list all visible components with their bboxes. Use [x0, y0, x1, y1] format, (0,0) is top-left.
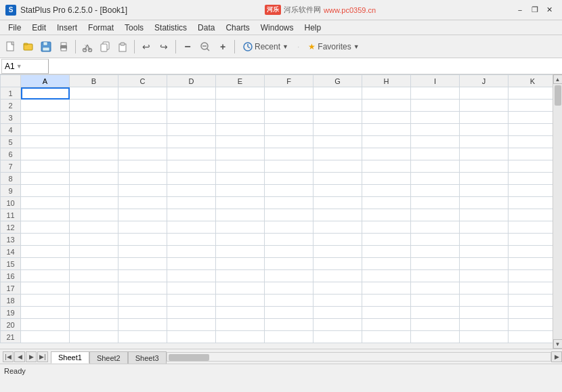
cell-A15[interactable]	[21, 258, 70, 270]
prev-sheet-button[interactable]: ◀	[14, 351, 25, 362]
cell-J8[interactable]	[460, 173, 509, 185]
cell-B21[interactable]	[70, 331, 118, 343]
cell-I19[interactable]	[411, 307, 460, 319]
cell-F5[interactable]	[265, 136, 314, 148]
col-header-K[interactable]: K	[509, 75, 553, 87]
cell-H8[interactable]	[362, 173, 411, 185]
cell-C14[interactable]	[118, 246, 167, 258]
cell-G3[interactable]	[314, 112, 362, 124]
cell-K11[interactable]	[509, 209, 553, 221]
row-header-1[interactable]: 1	[1, 87, 21, 100]
cell-J9[interactable]	[460, 185, 509, 197]
row-header-8[interactable]: 8	[1, 173, 21, 185]
cell-K6[interactable]	[509, 148, 553, 160]
cell-C9[interactable]	[118, 185, 167, 197]
menu-charts[interactable]: Charts	[220, 20, 255, 35]
cell-H11[interactable]	[362, 209, 411, 221]
undo-button[interactable]: ↩	[138, 39, 154, 55]
cell-C3[interactable]	[118, 112, 167, 124]
cell-H13[interactable]	[362, 234, 411, 246]
col-header-A[interactable]: A	[21, 75, 70, 87]
cell-K10[interactable]	[509, 197, 553, 209]
cell-A11[interactable]	[21, 209, 70, 221]
cell-H1[interactable]	[362, 87, 411, 100]
cell-H2[interactable]	[362, 100, 411, 112]
cell-F3[interactable]	[265, 112, 314, 124]
cell-H5[interactable]	[362, 136, 411, 148]
recent-button[interactable]: Recent ▼	[238, 39, 293, 55]
menu-format[interactable]: Format	[83, 20, 119, 35]
cell-C21[interactable]	[118, 331, 167, 343]
copy-button[interactable]	[97, 39, 113, 55]
cell-J4[interactable]	[460, 124, 509, 136]
cell-H4[interactable]	[362, 124, 411, 136]
cell-J21[interactable]	[460, 331, 509, 343]
cell-B15[interactable]	[70, 258, 118, 270]
cell-J14[interactable]	[460, 246, 509, 258]
cell-E13[interactable]	[216, 234, 265, 246]
row-header-14[interactable]: 14	[1, 246, 21, 258]
cell-B16[interactable]	[70, 270, 118, 282]
row-header-17[interactable]: 17	[1, 282, 21, 295]
cell-A16[interactable]	[21, 270, 70, 282]
cell-B14[interactable]	[70, 246, 118, 258]
cell-D15[interactable]	[167, 258, 216, 270]
col-header-F[interactable]: F	[265, 75, 314, 87]
cell-E6[interactable]	[216, 148, 265, 160]
cell-E1[interactable]	[216, 87, 265, 100]
cell-G17[interactable]	[314, 282, 362, 295]
cell-K20[interactable]	[509, 319, 553, 331]
cell-I20[interactable]	[411, 319, 460, 331]
cell-E18[interactable]	[216, 295, 265, 307]
cell-F17[interactable]	[265, 282, 314, 295]
cell-K19[interactable]	[509, 307, 553, 319]
cell-H9[interactable]	[362, 185, 411, 197]
cell-K17[interactable]	[509, 282, 553, 295]
cell-A10[interactable]	[21, 197, 70, 209]
cell-G8[interactable]	[314, 173, 362, 185]
row-header-4[interactable]: 4	[1, 124, 21, 136]
redo-button[interactable]: ↪	[156, 39, 172, 55]
cell-C4[interactable]	[118, 124, 167, 136]
paste-button[interactable]	[114, 39, 131, 55]
cell-F16[interactable]	[265, 270, 314, 282]
cell-E5[interactable]	[216, 136, 265, 148]
new-button[interactable]	[3, 39, 19, 55]
row-header-12[interactable]: 12	[1, 221, 21, 234]
minimize-button[interactable]: −	[513, 3, 527, 17]
cell-B20[interactable]	[70, 319, 118, 331]
col-header-B[interactable]: B	[70, 75, 118, 87]
col-header-E[interactable]: E	[216, 75, 265, 87]
cell-C2[interactable]	[118, 100, 167, 112]
cell-A8[interactable]	[21, 173, 70, 185]
cell-F11[interactable]	[265, 209, 314, 221]
cell-J11[interactable]	[460, 209, 509, 221]
cell-G9[interactable]	[314, 185, 362, 197]
cell-D19[interactable]	[167, 307, 216, 319]
cell-E9[interactable]	[216, 185, 265, 197]
cell-A21[interactable]	[21, 331, 70, 343]
cell-B19[interactable]	[70, 307, 118, 319]
vertical-scrollbar[interactable]: ▲ ▼	[553, 74, 562, 349]
cell-B18[interactable]	[70, 295, 118, 307]
cell-C15[interactable]	[118, 258, 167, 270]
cell-I12[interactable]	[411, 221, 460, 234]
cell-K18[interactable]	[509, 295, 553, 307]
cell-I7[interactable]	[411, 160, 460, 173]
next-sheet-button[interactable]: ▶	[26, 351, 37, 362]
scroll-down-button[interactable]: ▼	[553, 339, 563, 349]
row-header-15[interactable]: 15	[1, 258, 21, 270]
cell-J15[interactable]	[460, 258, 509, 270]
cell-F8[interactable]	[265, 173, 314, 185]
cell-A14[interactable]	[21, 246, 70, 258]
menu-statistics[interactable]: Statistics	[149, 20, 192, 35]
cell-F7[interactable]	[265, 160, 314, 173]
cell-F6[interactable]	[265, 148, 314, 160]
cell-C19[interactable]	[118, 307, 167, 319]
cell-A13[interactable]	[21, 234, 70, 246]
row-header-19[interactable]: 19	[1, 307, 21, 319]
cell-H19[interactable]	[362, 307, 411, 319]
cell-K13[interactable]	[509, 234, 553, 246]
cell-D18[interactable]	[167, 295, 216, 307]
row-header-7[interactable]: 7	[1, 160, 21, 173]
